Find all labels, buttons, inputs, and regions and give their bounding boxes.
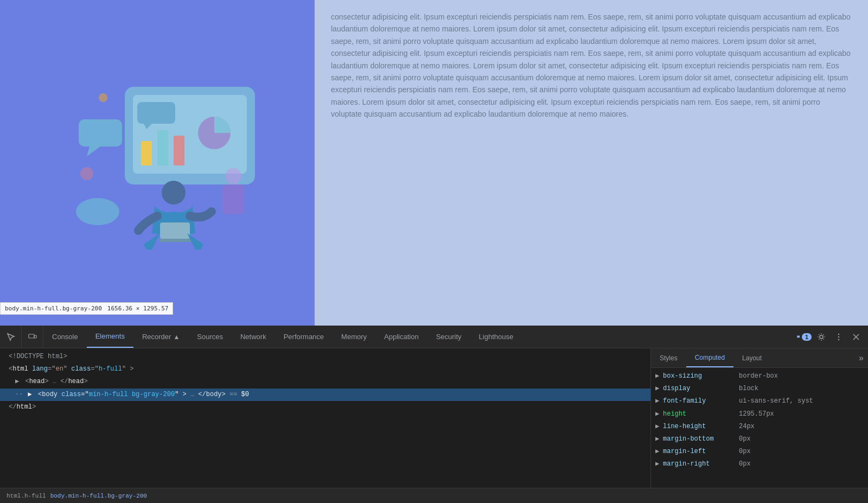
code-line-doctype: <!DOCTYPE html> xyxy=(0,351,650,363)
elements-panel: <!DOCTYPE html> <html lang="en" class="h… xyxy=(0,348,651,488)
more-options-icon[interactable] xyxy=(831,329,846,345)
css-prop-line-height: ▶ line-height 24px xyxy=(651,421,868,433)
breadcrumb-html[interactable]: html.h-full xyxy=(4,493,48,499)
tab-styles[interactable]: Styles xyxy=(651,348,686,367)
tab-network[interactable]: Network xyxy=(232,326,275,348)
css-prop-display: ▶ display block xyxy=(651,383,868,395)
inspect-element-icon[interactable] xyxy=(0,326,22,348)
devtools-tabs-bar: Console Elements Recorder ▲ Sources Netw… xyxy=(0,326,868,348)
code-line-html: <html lang="en" class="h-full" > xyxy=(0,363,650,375)
tab-performance[interactable]: Performance xyxy=(275,326,333,348)
element-tooltip: body.min-h-full.bg-gray-200 1656.36 × 12… xyxy=(0,302,173,315)
devtools-right-icons: 1 xyxy=(792,326,868,348)
svg-rect-4 xyxy=(174,136,184,165)
svg-point-22 xyxy=(838,339,839,340)
notifications-icon[interactable]: 1 xyxy=(796,329,812,345)
illustration xyxy=(54,76,260,250)
notification-badge: 1 xyxy=(802,333,812,341)
tab-sources[interactable]: Sources xyxy=(188,326,232,348)
tab-lighthouse[interactable]: Lighthouse xyxy=(470,326,522,348)
devtools-content: <!DOCTYPE html> <html lang="en" class="h… xyxy=(0,348,868,488)
tab-security[interactable]: Security xyxy=(427,326,470,348)
tab-application[interactable]: Application xyxy=(375,326,427,348)
device-toolbar-icon[interactable] xyxy=(22,326,43,348)
tab-elements[interactable]: Elements xyxy=(87,326,133,348)
svg-rect-18 xyxy=(797,335,800,338)
styles-panel-more[interactable]: » xyxy=(854,348,868,367)
styles-tabs: Styles Computed Layout » xyxy=(651,348,868,368)
code-line-body[interactable]: ·· ▶ <body class="min-h-full bg-gray-200… xyxy=(0,389,650,401)
tooltip-dimensions: 1656.36 × 1295.57 xyxy=(107,305,169,312)
css-prop-font-family: ▶ font-family ui-sans-serif, syst xyxy=(651,395,868,408)
svg-point-11 xyxy=(99,93,107,102)
breadcrumb-body[interactable]: body.min-h-full.bg-gray-200 xyxy=(48,493,149,499)
svg-point-7 xyxy=(162,181,186,205)
svg-point-20 xyxy=(838,333,839,334)
svg-point-12 xyxy=(80,167,93,180)
svg-rect-9 xyxy=(159,239,191,242)
tooltip-element-name: body.min-h-full.bg-gray-200 xyxy=(5,305,102,312)
css-prop-box-sizing: ▶ box-sizing border-box xyxy=(651,370,868,383)
svg-rect-6 xyxy=(137,102,175,124)
tab-computed[interactable]: Computed xyxy=(686,348,733,367)
tab-console[interactable]: Console xyxy=(43,326,87,348)
svg-point-21 xyxy=(838,336,839,337)
tab-memory[interactable]: Memory xyxy=(333,326,375,348)
breadcrumb-bar: html.h-full body.min-h-full.bg-gray-200 xyxy=(0,488,868,503)
css-prop-height: ▶ height 1295.57px xyxy=(651,408,868,421)
tab-recorder[interactable]: Recorder ▲ xyxy=(133,326,188,348)
css-prop-margin-right: ▶ margin-right 0px xyxy=(651,458,868,470)
code-line-head[interactable]: ▶ <head> … </head> xyxy=(0,375,650,388)
css-prop-margin-bottom: ▶ margin-bottom 0px xyxy=(651,433,868,445)
browser-viewport: body.min-h-full.bg-gray-200 1656.36 × 12… xyxy=(0,0,868,326)
right-panel: consectetur adipisicing elit. Ipsum exce… xyxy=(315,0,868,326)
css-prop-margin-left: ▶ margin-left 0px xyxy=(651,445,868,458)
devtools-panel: Console Elements Recorder ▲ Sources Netw… xyxy=(0,326,868,503)
svg-point-14 xyxy=(225,168,241,184)
svg-rect-17 xyxy=(34,335,36,338)
svg-rect-16 xyxy=(29,334,34,338)
svg-rect-13 xyxy=(222,184,244,214)
tab-layout[interactable]: Layout xyxy=(733,348,770,367)
svg-rect-2 xyxy=(141,141,152,165)
left-panel: body.min-h-full.bg-gray-200 1656.36 × 12… xyxy=(0,0,315,326)
svg-rect-10 xyxy=(79,119,122,147)
settings-icon[interactable] xyxy=(814,329,829,345)
styles-panel: Styles Computed Layout » ▶ box-sizing bo… xyxy=(651,348,868,488)
svg-rect-8 xyxy=(160,222,190,239)
svg-point-19 xyxy=(820,335,823,339)
code-line-html-close: </html> xyxy=(0,401,650,413)
close-devtools-icon[interactable] xyxy=(848,329,864,345)
svg-point-15 xyxy=(76,198,119,225)
lorem-text: consectetur adipisicing elit. Ipsum exce… xyxy=(331,11,852,120)
computed-properties-list: ▶ box-sizing border-box ▶ display block … xyxy=(651,368,868,488)
svg-rect-3 xyxy=(157,130,168,165)
